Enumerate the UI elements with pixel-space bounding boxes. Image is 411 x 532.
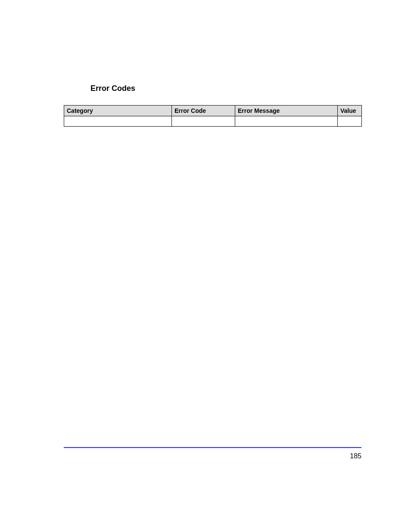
header-category: Category: [64, 106, 172, 116]
section-title: Error Codes: [90, 84, 135, 93]
page: Error Codes Category Error Code Error Me…: [0, 0, 411, 532]
table-row: [64, 116, 362, 127]
cell-category: [64, 116, 172, 127]
header-error-code: Error Code: [172, 106, 235, 116]
cell-value: [338, 116, 362, 127]
table-header-row: Category Error Code Error Message Value: [64, 106, 362, 116]
page-number: 185: [350, 452, 361, 460]
cell-error-message: [235, 116, 338, 127]
header-value: Value: [338, 106, 362, 116]
footer-rule: [64, 447, 361, 448]
header-error-message: Error Message: [235, 106, 338, 116]
cell-error-code: [172, 116, 235, 127]
error-codes-table: Category Error Code Error Message Value: [64, 105, 362, 127]
